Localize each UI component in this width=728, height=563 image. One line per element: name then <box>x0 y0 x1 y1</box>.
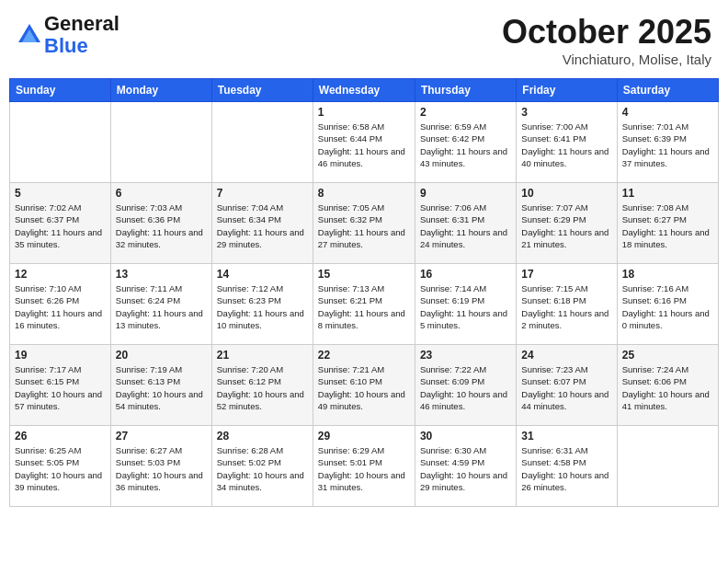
day-info: Sunrise: 7:14 AM Sunset: 6:19 PM Dayligh… <box>420 282 511 331</box>
day-info: Sunrise: 6:59 AM Sunset: 6:42 PM Dayligh… <box>420 121 511 169</box>
calendar-cell: 1Sunrise: 6:58 AM Sunset: 6:44 PM Daylig… <box>313 102 415 183</box>
calendar-cell: 16Sunrise: 7:14 AM Sunset: 6:19 PM Dayli… <box>415 264 516 345</box>
day-number: 15 <box>318 268 410 281</box>
calendar-cell: 6Sunrise: 7:03 AM Sunset: 6:36 PM Daylig… <box>110 183 211 264</box>
calendar-cell <box>211 102 313 183</box>
calendar-cell: 26Sunrise: 6:25 AM Sunset: 5:05 PM Dayli… <box>10 426 111 507</box>
calendar-cell: 9Sunrise: 7:06 AM Sunset: 6:31 PM Daylig… <box>415 183 516 264</box>
day-info: Sunrise: 6:30 AM Sunset: 4:59 PM Dayligh… <box>420 444 511 493</box>
title-block: October 2025 Vinchiaturo, Molise, Italy <box>502 13 711 67</box>
day-number: 26 <box>15 430 106 442</box>
day-info: Sunrise: 7:10 AM Sunset: 6:26 PM Dayligh… <box>15 282 106 331</box>
calendar-cell: 13Sunrise: 7:11 AM Sunset: 6:24 PM Dayli… <box>110 264 211 345</box>
calendar-cell: 3Sunrise: 7:00 AM Sunset: 6:41 PM Daylig… <box>517 102 617 183</box>
day-info: Sunrise: 7:17 AM Sunset: 6:15 PM Dayligh… <box>15 363 106 412</box>
day-info: Sunrise: 7:22 AM Sunset: 6:09 PM Dayligh… <box>420 363 511 412</box>
calendar-week-row: 19Sunrise: 7:17 AM Sunset: 6:15 PM Dayli… <box>10 345 719 426</box>
day-number: 11 <box>622 187 713 200</box>
day-info: Sunrise: 7:06 AM Sunset: 6:31 PM Dayligh… <box>420 201 511 250</box>
col-header-wednesday: Wednesday <box>313 79 415 102</box>
calendar-cell: 25Sunrise: 7:24 AM Sunset: 6:06 PM Dayli… <box>617 345 718 426</box>
day-info: Sunrise: 6:27 AM Sunset: 5:03 PM Dayligh… <box>116 444 207 493</box>
logo-general: General <box>44 12 119 35</box>
col-header-saturday: Saturday <box>617 79 718 102</box>
day-number: 18 <box>622 268 713 281</box>
calendar-cell: 10Sunrise: 7:07 AM Sunset: 6:29 PM Dayli… <box>517 183 617 264</box>
day-info: Sunrise: 7:20 AM Sunset: 6:12 PM Dayligh… <box>217 363 308 412</box>
day-info: Sunrise: 7:02 AM Sunset: 6:37 PM Dayligh… <box>15 201 106 250</box>
day-info: Sunrise: 7:15 AM Sunset: 6:18 PM Dayligh… <box>521 282 611 331</box>
day-info: Sunrise: 7:11 AM Sunset: 6:24 PM Dayligh… <box>116 282 207 331</box>
day-info: Sunrise: 7:19 AM Sunset: 6:13 PM Dayligh… <box>116 363 207 412</box>
day-number: 28 <box>217 430 308 442</box>
day-info: Sunrise: 6:31 AM Sunset: 4:58 PM Dayligh… <box>521 444 611 493</box>
day-number: 27 <box>116 430 207 442</box>
col-header-friday: Friday <box>517 79 617 102</box>
calendar-header-row: SundayMondayTuesdayWednesdayThursdayFrid… <box>10 79 719 102</box>
calendar-cell: 21Sunrise: 7:20 AM Sunset: 6:12 PM Dayli… <box>211 345 313 426</box>
day-info: Sunrise: 7:23 AM Sunset: 6:07 PM Dayligh… <box>521 363 611 412</box>
day-number: 22 <box>318 349 410 362</box>
month-title: October 2025 <box>502 13 711 52</box>
day-number: 10 <box>521 187 611 200</box>
calendar-cell <box>10 102 111 183</box>
calendar-cell: 19Sunrise: 7:17 AM Sunset: 6:15 PM Dayli… <box>10 345 111 426</box>
day-number: 31 <box>521 430 611 442</box>
day-number: 3 <box>521 106 611 119</box>
calendar-cell: 23Sunrise: 7:22 AM Sunset: 6:09 PM Dayli… <box>415 345 516 426</box>
day-info: Sunrise: 6:58 AM Sunset: 6:44 PM Dayligh… <box>318 121 410 169</box>
col-header-sunday: Sunday <box>10 79 111 102</box>
calendar-week-row: 5Sunrise: 7:02 AM Sunset: 6:37 PM Daylig… <box>10 183 719 264</box>
calendar-cell: 14Sunrise: 7:12 AM Sunset: 6:23 PM Dayli… <box>211 264 313 345</box>
calendar-cell: 8Sunrise: 7:05 AM Sunset: 6:32 PM Daylig… <box>313 183 415 264</box>
calendar-cell: 27Sunrise: 6:27 AM Sunset: 5:03 PM Dayli… <box>110 426 211 507</box>
day-info: Sunrise: 6:28 AM Sunset: 5:02 PM Dayligh… <box>217 444 308 493</box>
col-header-monday: Monday <box>110 79 211 102</box>
calendar-table: SundayMondayTuesdayWednesdayThursdayFrid… <box>9 78 719 507</box>
day-number: 8 <box>318 187 410 200</box>
calendar-cell: 2Sunrise: 6:59 AM Sunset: 6:42 PM Daylig… <box>415 102 516 183</box>
day-info: Sunrise: 6:25 AM Sunset: 5:05 PM Dayligh… <box>15 444 106 493</box>
day-info: Sunrise: 7:21 AM Sunset: 6:10 PM Dayligh… <box>318 363 410 412</box>
day-info: Sunrise: 7:24 AM Sunset: 6:06 PM Dayligh… <box>622 363 713 412</box>
calendar-cell: 11Sunrise: 7:08 AM Sunset: 6:27 PM Dayli… <box>617 183 718 264</box>
calendar-cell: 28Sunrise: 6:28 AM Sunset: 5:02 PM Dayli… <box>211 426 313 507</box>
day-number: 4 <box>622 106 713 119</box>
day-number: 6 <box>116 187 207 200</box>
day-number: 24 <box>521 349 611 362</box>
page-header: General Blue October 2025 Vinchiaturo, M… <box>9 9 719 71</box>
calendar-cell: 29Sunrise: 6:29 AM Sunset: 5:01 PM Dayli… <box>313 426 415 507</box>
calendar-cell: 15Sunrise: 7:13 AM Sunset: 6:21 PM Dayli… <box>313 264 415 345</box>
calendar-week-row: 26Sunrise: 6:25 AM Sunset: 5:05 PM Dayli… <box>10 426 719 507</box>
day-number: 7 <box>217 187 308 200</box>
calendar-cell: 17Sunrise: 7:15 AM Sunset: 6:18 PM Dayli… <box>517 264 617 345</box>
day-info: Sunrise: 7:04 AM Sunset: 6:34 PM Dayligh… <box>217 201 308 250</box>
day-number: 9 <box>420 187 511 200</box>
day-number: 23 <box>420 349 511 362</box>
calendar-cell: 12Sunrise: 7:10 AM Sunset: 6:26 PM Dayli… <box>10 264 111 345</box>
calendar-cell: 20Sunrise: 7:19 AM Sunset: 6:13 PM Dayli… <box>110 345 211 426</box>
day-number: 25 <box>622 349 713 362</box>
day-info: Sunrise: 7:07 AM Sunset: 6:29 PM Dayligh… <box>521 201 611 250</box>
day-info: Sunrise: 6:29 AM Sunset: 5:01 PM Dayligh… <box>318 444 410 493</box>
calendar-cell <box>617 426 718 507</box>
day-number: 13 <box>116 268 207 281</box>
day-number: 14 <box>217 268 308 281</box>
day-info: Sunrise: 7:01 AM Sunset: 6:39 PM Dayligh… <box>622 121 713 169</box>
day-number: 20 <box>116 349 207 362</box>
logo-icon <box>17 22 42 48</box>
day-number: 21 <box>217 349 308 362</box>
logo: General Blue <box>17 13 119 57</box>
col-header-thursday: Thursday <box>415 79 516 102</box>
calendar-cell: 5Sunrise: 7:02 AM Sunset: 6:37 PM Daylig… <box>10 183 111 264</box>
day-number: 5 <box>15 187 106 200</box>
calendar-cell <box>110 102 211 183</box>
day-number: 2 <box>420 106 511 119</box>
day-number: 29 <box>318 430 410 442</box>
day-number: 30 <box>420 430 511 442</box>
day-number: 17 <box>521 268 611 281</box>
day-info: Sunrise: 7:12 AM Sunset: 6:23 PM Dayligh… <box>217 282 308 331</box>
day-info: Sunrise: 7:03 AM Sunset: 6:36 PM Dayligh… <box>116 201 207 250</box>
calendar-week-row: 1Sunrise: 6:58 AM Sunset: 6:44 PM Daylig… <box>10 102 719 183</box>
calendar-cell: 4Sunrise: 7:01 AM Sunset: 6:39 PM Daylig… <box>617 102 718 183</box>
